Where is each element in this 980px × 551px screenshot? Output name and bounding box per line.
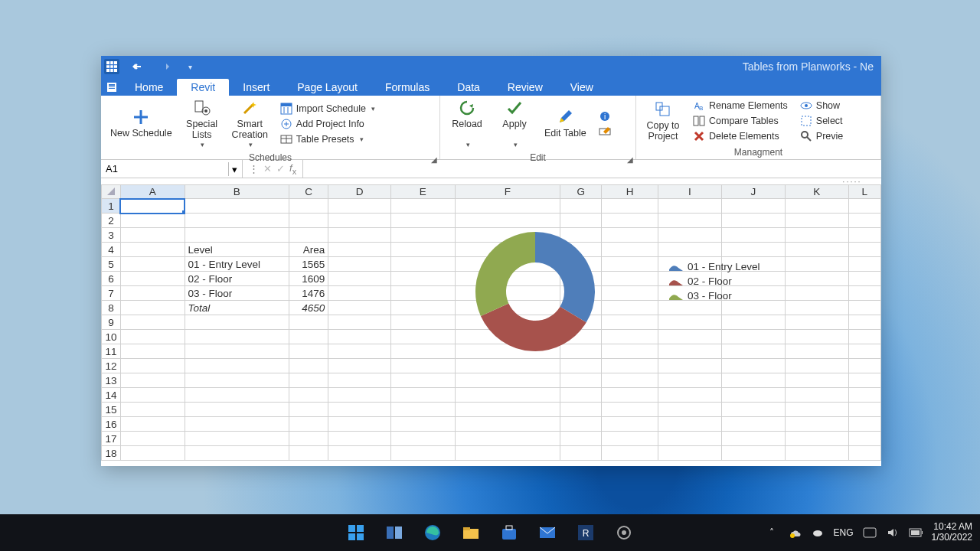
taskview-icon[interactable] [384, 523, 404, 543]
col-header-I[interactable]: I [658, 185, 721, 199]
col-header-G[interactable]: G [560, 185, 602, 199]
tab-view[interactable]: View [557, 79, 607, 96]
settings-icon[interactable] [614, 523, 634, 543]
cell-B15[interactable] [185, 403, 289, 417]
cell-D9[interactable] [328, 315, 391, 330]
cell-E12[interactable] [390, 359, 455, 373]
cell-K14[interactable] [786, 388, 849, 403]
volume-icon[interactable] [886, 526, 900, 540]
cell-B13[interactable] [185, 373, 289, 388]
cell-C6[interactable]: 1609 [289, 272, 328, 286]
cell-D6[interactable] [328, 272, 391, 286]
preview-button[interactable]: Previe [799, 129, 844, 143]
col-header-D[interactable]: D [328, 185, 391, 199]
row-header-10[interactable]: 10 [102, 330, 121, 344]
cell-K13[interactable] [786, 373, 849, 388]
cell-A15[interactable] [120, 403, 185, 417]
col-header-J[interactable]: J [721, 185, 785, 199]
cell-L10[interactable] [848, 330, 880, 344]
show-button[interactable]: Show [799, 99, 844, 112]
cell-J17[interactable] [721, 432, 785, 446]
cell-E13[interactable] [390, 373, 455, 388]
special-lists-button[interactable]: Special Lists▾ [180, 97, 224, 150]
cell-L11[interactable] [848, 344, 880, 359]
cell-L12[interactable] [848, 359, 880, 373]
cell-L2[interactable] [848, 214, 880, 228]
revit-app-icon[interactable]: R [576, 523, 596, 543]
col-header-K[interactable]: K [786, 185, 849, 199]
cell-B17[interactable] [185, 432, 289, 446]
cell-L8[interactable] [848, 301, 880, 315]
cell-I15[interactable] [658, 403, 721, 417]
cell-A7[interactable] [120, 286, 185, 301]
spreadsheet-grid[interactable]: ····· ABCDEFGHIJKL1234LevelArea501 - Ent… [101, 178, 881, 466]
cell-D17[interactable] [328, 432, 391, 446]
row-header-18[interactable]: 18 [102, 446, 121, 461]
cell-L16[interactable] [848, 417, 880, 432]
cell-J15[interactable] [721, 403, 785, 417]
cell-F1[interactable] [455, 199, 560, 214]
cell-G16[interactable] [560, 417, 602, 432]
cell-C18[interactable] [289, 446, 328, 461]
qat-customize-icon[interactable]: ▾ [182, 59, 198, 74]
cell-D15[interactable] [328, 403, 391, 417]
cell-A11[interactable] [120, 344, 185, 359]
col-header-H[interactable]: H [602, 185, 658, 199]
cell-C17[interactable] [289, 432, 328, 446]
redo-icon[interactable] [156, 59, 172, 74]
cell-E18[interactable] [390, 446, 455, 461]
cell-C7[interactable]: 1476 [289, 286, 328, 301]
table-presets-button[interactable]: Table Presets▾ [279, 132, 377, 146]
cell-K17[interactable] [786, 432, 849, 446]
cell-A3[interactable] [120, 228, 185, 243]
cell-C8[interactable]: 4650 [289, 301, 328, 315]
cell-B11[interactable] [185, 344, 289, 359]
edit-cell-button[interactable] [597, 125, 612, 139]
row-header-14[interactable]: 14 [102, 388, 121, 403]
col-header-L[interactable]: L [848, 185, 880, 199]
apply-button[interactable]: Apply▾ [492, 97, 537, 150]
edit-table-button[interactable]: Edit Table [540, 106, 591, 140]
copy-to-project-button[interactable]: Copy to Project [641, 99, 685, 144]
cell-B3[interactable] [185, 228, 289, 243]
cell-K16[interactable] [786, 417, 849, 432]
select-button[interactable]: Select [799, 114, 844, 128]
cell-B7[interactable]: 03 - Floor [185, 286, 289, 301]
menu-icon[interactable]: ⋮ [249, 163, 259, 174]
cell-A10[interactable] [120, 330, 185, 344]
cell-D10[interactable] [328, 330, 391, 344]
cell-D2[interactable] [328, 214, 391, 228]
cell-E9[interactable] [390, 315, 455, 330]
cell-J18[interactable] [721, 446, 785, 461]
cell-A9[interactable] [120, 315, 185, 330]
cell-E8[interactable] [390, 301, 455, 315]
cell-G15[interactable] [560, 403, 602, 417]
cell-A6[interactable] [120, 272, 185, 286]
cell-I16[interactable] [658, 417, 721, 432]
cell-E10[interactable] [390, 330, 455, 344]
cell-E1[interactable] [390, 199, 455, 214]
col-header-A[interactable]: A [120, 185, 185, 199]
cell-E11[interactable] [390, 344, 455, 359]
cell-D4[interactable] [328, 243, 391, 257]
cell-K2[interactable] [786, 214, 849, 228]
cell-G18[interactable] [560, 446, 602, 461]
cell-C2[interactable] [289, 214, 328, 228]
col-header-E[interactable]: E [390, 185, 455, 199]
cell-C4[interactable]: Area [289, 243, 328, 257]
col-header-B[interactable]: B [185, 185, 289, 199]
row-header-17[interactable]: 17 [102, 432, 121, 446]
cell-C14[interactable] [289, 388, 328, 403]
cell-F18[interactable] [455, 446, 560, 461]
cell-C1[interactable] [289, 199, 328, 214]
cell-C15[interactable] [289, 403, 328, 417]
cell-D13[interactable] [328, 373, 391, 388]
cell-A2[interactable] [120, 214, 185, 228]
row-header-4[interactable]: 4 [102, 243, 121, 257]
cell-K4[interactable] [786, 243, 849, 257]
cell-A12[interactable] [120, 359, 185, 373]
cell-B16[interactable] [185, 417, 289, 432]
add-project-info-button[interactable]: Add Project Info [279, 117, 377, 131]
cell-B5[interactable]: 01 - Entry Level [185, 257, 289, 272]
cell-C11[interactable] [289, 344, 328, 359]
